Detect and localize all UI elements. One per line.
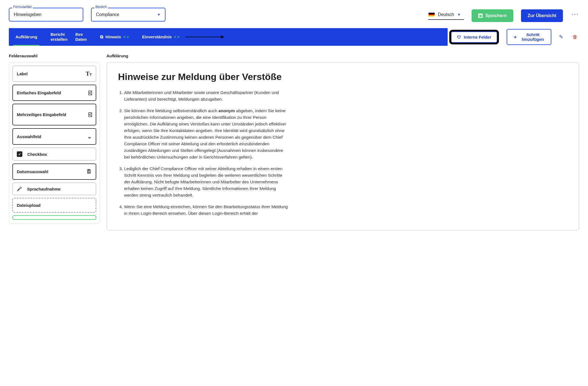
language-label: Deutsch <box>438 12 454 17</box>
plus-icon: ＋ <box>513 34 518 40</box>
shield-icon: 🛡 <box>457 35 461 39</box>
area-label: Bereich <box>94 5 108 9</box>
code-brackets-icon: < > <box>123 35 129 39</box>
add-step-button[interactable]: ＋ Schritt hinzufügen <box>507 29 551 45</box>
area-select[interactable]: Compliance ▼ <box>91 8 165 22</box>
tab-hinweis[interactable]: ⧉ Hinweis < > <box>93 28 135 46</box>
content-li-2: Sie können Ihre Meldung selbstverständli… <box>124 108 289 160</box>
tab-bericht[interactable]: Bericht erstellen <box>44 28 69 46</box>
area-value: Compliance <box>96 12 119 17</box>
text-icon: TT <box>86 71 92 77</box>
save-icon: ▣ <box>478 14 483 18</box>
chevron-down-icon: ⌄ <box>87 133 92 140</box>
mic-icon: 🎤 <box>17 186 22 191</box>
flag-de-icon <box>429 13 435 17</box>
form-title-label: Formulartitel <box>12 5 33 9</box>
save-button[interactable]: ▣ Speichern <box>472 9 513 22</box>
field-option-simple-input[interactable]: Einfaches Eingabefeld ⍃ <box>12 85 96 101</box>
external-link-icon: ⧉ <box>100 34 103 39</box>
tab-aufklaerung[interactable]: Aufklärung <box>9 28 44 46</box>
content-section-label: Aufklärung <box>106 53 579 58</box>
internal-fields-button[interactable]: 🛡 Interne Felder <box>451 31 497 43</box>
field-selection-panel: Label TT Einfaches Eingabefeld ⍃ Mehrzei… <box>9 62 100 223</box>
field-option-select[interactable]: Auswahlfeld ⌄ <box>12 128 96 145</box>
field-option-label[interactable]: Label TT <box>12 66 96 82</box>
steps-tabbar: Aufklärung Bericht erstellen Ihre Daten … <box>9 28 448 46</box>
form-title-input[interactable] <box>9 8 83 22</box>
content-li-1: Alle Mitarbeiterinnen und Mitarbeiter so… <box>124 89 289 103</box>
trash-icon: 🗑 <box>573 34 578 40</box>
content-li-4: Wenn Sie eine Meldung einreichen, können… <box>124 203 289 217</box>
calendar-icon: 🗓 <box>86 168 92 175</box>
field-option-voice[interactable]: 🎤 Sprachaufnahme <box>12 183 96 195</box>
field-option-multiline-input[interactable]: Mehrzeiliges Eingabefeld ⍃ <box>12 104 96 125</box>
more-menu[interactable] <box>571 13 579 16</box>
edit-button[interactable]: ✎ <box>557 32 565 42</box>
content-heading: Hinweise zur Meldung über Verstöße <box>118 71 568 83</box>
input-icon: ⍃ <box>89 90 92 96</box>
pencil-icon: ✎ <box>559 34 563 40</box>
input-icon: ⍃ <box>89 111 92 118</box>
field-option-extra[interactable] <box>12 215 96 220</box>
delete-button[interactable]: 🗑 <box>571 33 579 42</box>
field-option-checkbox[interactable]: ✓ Checkbox <box>12 148 96 161</box>
content-li-3: Lediglich der Chief Compliance Officer m… <box>124 165 289 199</box>
annotation-arrow <box>185 37 224 37</box>
tab-ihre-daten[interactable]: Ihre Daten <box>69 28 93 46</box>
overview-button[interactable]: Zur Übersicht <box>521 9 563 22</box>
code-brackets-icon: < > <box>174 35 180 39</box>
chevron-down-icon: ▼ <box>157 13 161 17</box>
field-option-date[interactable]: Datumsauswahl 🗓 <box>12 163 96 180</box>
field-option-upload[interactable]: Dateiupload <box>12 198 96 213</box>
field-selection-title: Felderauswahl <box>9 53 100 58</box>
checkbox-icon: ✓ <box>17 151 22 157</box>
tab-einverstaendnis[interactable]: Einverständnis < > <box>135 28 186 46</box>
chevron-down-icon: ▼ <box>457 13 461 17</box>
language-select[interactable]: Deutsch ▼ <box>428 10 464 20</box>
content-panel: Hinweise zur Meldung über Verstöße Alle … <box>106 62 579 230</box>
